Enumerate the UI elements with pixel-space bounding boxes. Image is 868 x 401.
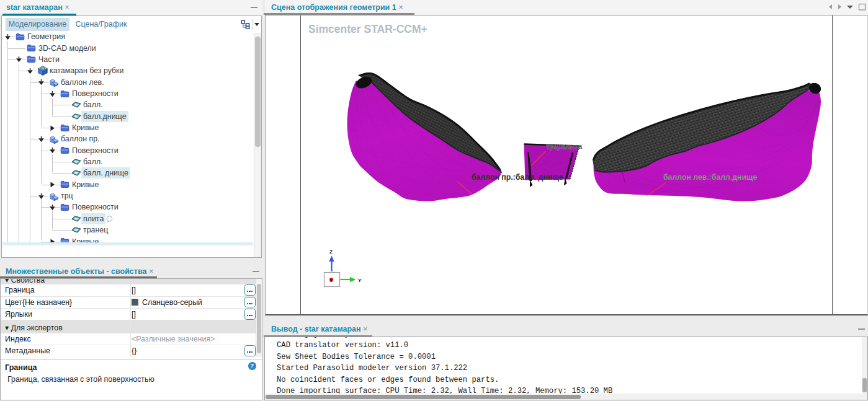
svg-text:Y: Y bbox=[358, 278, 362, 283]
svg-text:Z: Z bbox=[329, 249, 333, 255]
svg-text:баллон лев.:балл.днище: баллон лев.:балл.днище bbox=[663, 173, 757, 182]
svg-text:баллон пр.:балл. днище: баллон пр.:балл. днище bbox=[472, 173, 563, 182]
svg-text:трц:плита: трц:плита bbox=[546, 142, 583, 151]
